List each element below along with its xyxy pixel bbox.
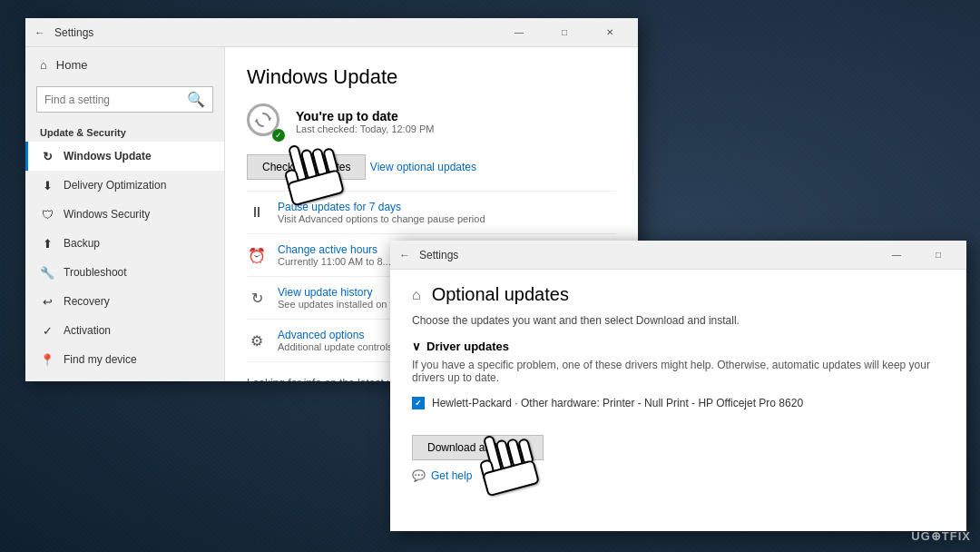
pause-updates-text: Pause updates for 7 days Visit Advanced … — [278, 201, 485, 224]
opt-titlebar: ← Settings — □ — [390, 241, 966, 270]
main-back-button[interactable]: ← — [33, 25, 47, 40]
driver-item-label: Hewlett-Packard · Other hardware: Printe… — [432, 397, 803, 409]
opt-titlebar-title: Settings — [419, 249, 458, 261]
opt-page-title: Optional updates — [432, 284, 569, 305]
sidebar-item-label: Windows Security — [64, 208, 150, 221]
delivery-optimization-icon: ⬇ — [40, 178, 54, 192]
history-icon: ↻ — [247, 288, 267, 308]
backup-icon: ⬆ — [40, 236, 54, 251]
recovery-icon: ↩ — [40, 294, 54, 309]
sidebar-item-backup[interactable]: ⬆ Backup — [25, 229, 224, 258]
opt-description: Choose the updates you want and then sel… — [412, 314, 945, 327]
active-hours-icon: ⏰ — [247, 245, 267, 265]
home-icon: ⌂ — [40, 58, 47, 72]
active-hours-text: Change active hours Currently 11:00 AM t… — [278, 243, 391, 267]
search-input[interactable] — [44, 94, 181, 106]
advanced-icon: ⚙ — [247, 330, 267, 350]
driver-updates-title: Driver updates — [426, 340, 509, 353]
main-titlebar-title: Settings — [54, 26, 93, 39]
sidebar-item-activation[interactable]: ✓ Activation — [25, 316, 224, 345]
sidebar-item-delivery-optimization[interactable]: ⬇ Delivery Optimization — [25, 171, 224, 200]
pause-icon: ⏸ — [247, 202, 267, 222]
chevron-down-icon: ∨ — [412, 340, 421, 353]
opt-minimize-button[interactable]: — — [876, 241, 917, 270]
sidebar-item-for-developers[interactable]: ⊞ For developers — [25, 374, 224, 381]
troubleshoot-icon: 🔧 — [40, 265, 54, 280]
driver-updates-section: ∨ Driver updates If you have a specific … — [412, 340, 945, 413]
sidebar-item-troubleshoot[interactable]: 🔧 Troubleshoot — [25, 258, 224, 287]
activation-icon: ✓ — [40, 323, 54, 338]
opt-page-title-container: ⌂ Optional updates — [412, 284, 945, 305]
sidebar-item-label: Activation — [64, 324, 111, 337]
pause-updates-option: ⏸ Pause updates for 7 days Visit Advance… — [247, 191, 616, 233]
search-icon: 🔍 — [187, 91, 205, 108]
update-status-icon: ✓ — [247, 104, 283, 140]
get-help-icon: 💬 — [412, 469, 426, 482]
refresh-arrows-icon — [254, 111, 272, 129]
main-titlebar-controls: — □ ✕ — [498, 18, 631, 46]
update-status: ✓ You're up to date Last checked: Today,… — [247, 104, 616, 140]
main-titlebar: ← Settings — □ ✕ — [25, 18, 638, 47]
get-help-link[interactable]: 💬 Get help — [412, 469, 945, 482]
main-close-button[interactable]: ✕ — [589, 18, 631, 47]
driver-checkbox[interactable] — [412, 397, 425, 409]
pause-updates-title[interactable]: Pause updates for 7 days — [278, 201, 485, 213]
update-status-title: You're up to date — [296, 109, 434, 123]
sidebar-item-recovery[interactable]: ↩ Recovery — [25, 287, 224, 316]
main-sidebar: ⌂ Home 🔍 Update & Security ↻ Windows Upd… — [25, 47, 225, 381]
sidebar-item-windows-security[interactable]: 🛡 Windows Security — [25, 200, 224, 229]
get-help-label: Get help — [431, 469, 472, 482]
update-text: You're up to date Last checked: Today, 1… — [296, 109, 434, 134]
pause-updates-desc: Visit Advanced options to change pause p… — [278, 213, 485, 224]
main-minimize-button[interactable]: — — [498, 18, 540, 47]
sidebar-item-find-my-device[interactable]: 📍 Find my device — [25, 345, 224, 374]
check-badge: ✓ — [272, 129, 285, 142]
find-device-icon: 📍 — [40, 352, 54, 367]
sidebar-item-label: Find my device — [64, 353, 137, 366]
sidebar-home-label: Home — [56, 58, 88, 72]
update-last-checked: Last checked: Today, 12:09 PM — [296, 123, 434, 134]
opt-body: ⌂ Optional updates Choose the updates yo… — [390, 270, 966, 531]
page-title: Windows Update — [247, 65, 616, 89]
opt-maximize-button[interactable]: □ — [917, 241, 959, 270]
watermark: UG⊕TFIX — [911, 529, 971, 543]
windows-security-icon: 🛡 — [40, 207, 54, 222]
download-install-button[interactable]: Download and install — [412, 435, 544, 460]
sidebar-search-box[interactable]: 🔍 — [36, 86, 213, 113]
driver-item: Hewlett-Packard · Other hardware: Printe… — [412, 393, 945, 413]
sidebar-home-item[interactable]: ⌂ Home — [25, 47, 224, 83]
sidebar-item-windows-update[interactable]: ↻ Windows Update — [25, 142, 224, 171]
opt-home-icon: ⌂ — [412, 287, 421, 303]
view-optional-updates-link[interactable]: View optional updates — [370, 161, 476, 173]
sidebar-item-label: Windows Update — [64, 150, 152, 163]
sidebar-item-label: Troubleshoot — [64, 266, 127, 279]
active-hours-desc: Currently 11:00 AM to 8... — [278, 256, 391, 267]
opt-back-button[interactable]: ← — [397, 248, 412, 262]
active-hours-title[interactable]: Change active hours — [278, 243, 391, 256]
windows-update-icon: ↻ — [40, 149, 54, 163]
driver-updates-desc: If you have a specific problem, one of t… — [412, 359, 945, 384]
check-for-updates-button[interactable]: Check for updates — [247, 154, 366, 180]
sidebar-item-label: Recovery — [64, 295, 110, 308]
opt-titlebar-controls: — □ — [876, 241, 959, 269]
sidebar-item-label: Backup — [64, 237, 100, 250]
optional-updates-window: ← Settings — □ ⌂ Optional updates Choose… — [390, 241, 966, 531]
sidebar-item-label: Delivery Optimization — [64, 179, 166, 192]
driver-updates-header[interactable]: ∨ Driver updates — [412, 340, 945, 353]
main-maximize-button[interactable]: □ — [544, 18, 585, 47]
sidebar-section-label: Update & Security — [25, 120, 224, 142]
